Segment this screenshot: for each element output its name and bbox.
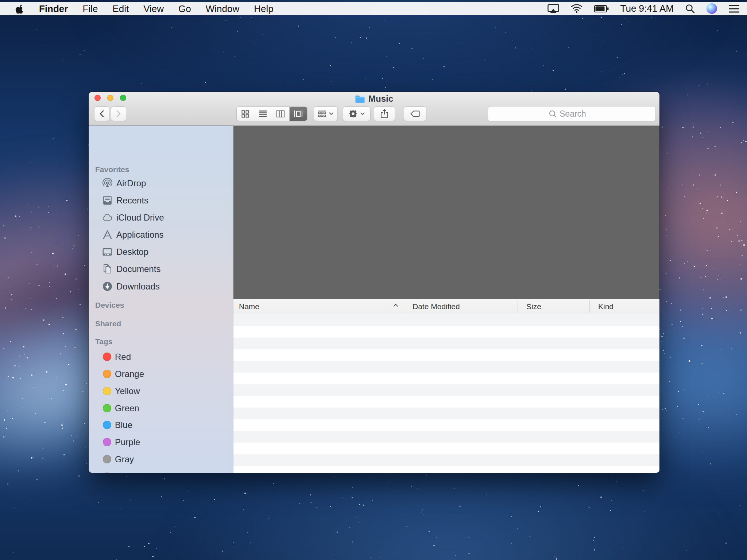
tag-color-dot xyxy=(103,404,111,412)
sidebar-tag-gray[interactable]: Gray xyxy=(89,451,233,468)
desktop: Finder File Edit View Go Window Help xyxy=(0,0,747,560)
menu-item-finder[interactable]: Finder xyxy=(39,2,68,15)
finder-window: Music xyxy=(89,92,659,473)
share-icon xyxy=(380,109,388,118)
share-button[interactable] xyxy=(374,106,395,121)
column-divider[interactable] xyxy=(589,300,590,313)
group-by-button[interactable] xyxy=(314,106,338,121)
tag-icon xyxy=(410,110,420,117)
tag-button[interactable] xyxy=(404,106,426,121)
tag-color-dot xyxy=(103,438,111,446)
file-list-empty-rows[interactable] xyxy=(233,314,659,473)
wifi-icon[interactable] xyxy=(571,4,582,13)
column-header-name[interactable]: Name xyxy=(239,299,259,314)
sidebar-tag-all-tags[interactable]: All Tags… xyxy=(89,468,233,473)
window-title: Music xyxy=(368,94,393,104)
tag-color-dot xyxy=(103,421,111,429)
list-view-button[interactable] xyxy=(254,107,272,121)
sidebar-tag-orange[interactable]: Orange xyxy=(89,365,233,382)
sidebar: Favorites AirDrop xyxy=(89,126,233,473)
tag-color-dot xyxy=(103,353,111,361)
menu-bar: Finder File Edit View Go Window Help xyxy=(0,2,747,15)
sidebar-item-documents[interactable]: Documents xyxy=(89,260,233,277)
coverflow-preview-area[interactable] xyxy=(233,126,659,299)
menu-item-file[interactable]: File xyxy=(82,2,98,15)
column-header-date-modified[interactable]: Date Modified xyxy=(413,299,460,314)
window-titlebar: Music xyxy=(89,92,659,126)
menu-item-view[interactable]: View xyxy=(143,2,164,15)
sidebar-item-airdrop[interactable]: AirDrop xyxy=(89,175,233,192)
menu-bar-clock[interactable]: Tue 9:41 AM xyxy=(620,3,674,14)
column-view-button[interactable] xyxy=(272,107,290,121)
icon-view-button[interactable] xyxy=(237,107,254,121)
sidebar-item-downloads[interactable]: Downloads xyxy=(89,278,233,295)
recents-icon xyxy=(102,195,113,206)
column-header-kind[interactable]: Kind xyxy=(598,299,614,314)
downloads-icon xyxy=(102,281,113,292)
sidebar-tag-yellow[interactable]: Yellow xyxy=(89,382,233,400)
search-icon xyxy=(549,110,557,118)
apple-logo-icon[interactable] xyxy=(15,4,24,14)
back-button[interactable] xyxy=(94,106,109,121)
search-field[interactable] xyxy=(488,106,656,121)
sidebar-section-devices: Devices xyxy=(95,301,124,310)
sidebar-tag-red[interactable]: Red xyxy=(89,348,233,365)
icloud-drive-icon xyxy=(102,212,113,223)
notification-center-icon[interactable] xyxy=(729,4,740,13)
folder-icon xyxy=(355,95,365,103)
sidebar-tag-purple[interactable]: Purple xyxy=(89,433,233,451)
action-gear-button[interactable] xyxy=(343,106,371,121)
menu-item-help[interactable]: Help xyxy=(254,2,273,15)
sidebar-item-applications[interactable]: Applications xyxy=(89,226,233,243)
menu-item-edit[interactable]: Edit xyxy=(112,2,129,15)
sidebar-section-shared: Shared xyxy=(95,319,121,328)
desktop-icon xyxy=(102,246,113,257)
column-divider[interactable] xyxy=(518,300,518,313)
file-browser-content: Name Date Modified Size Kind xyxy=(233,126,659,473)
sidebar-tag-blue[interactable]: Blue xyxy=(89,416,233,433)
sidebar-section-tags: Tags xyxy=(95,337,112,346)
list-column-header: Name Date Modified Size Kind xyxy=(233,299,659,314)
coverflow-view-button[interactable] xyxy=(290,107,307,121)
chevron-down-icon xyxy=(329,112,333,115)
sidebar-section-favorites: Favorites xyxy=(95,165,129,174)
window-title-group: Music xyxy=(89,94,659,104)
siri-icon[interactable] xyxy=(707,3,717,14)
gear-icon xyxy=(349,109,357,118)
view-mode-segmented-control xyxy=(236,106,307,121)
applications-icon xyxy=(102,229,113,240)
search-input[interactable] xyxy=(560,109,595,119)
spotlight-search-icon[interactable] xyxy=(685,4,695,13)
sort-ascending-icon xyxy=(393,304,398,307)
tag-color-dot xyxy=(103,370,111,378)
all-tags-dot-icon xyxy=(103,472,111,473)
chevron-down-icon xyxy=(360,112,365,115)
menu-item-go[interactable]: Go xyxy=(178,2,191,15)
column-header-size[interactable]: Size xyxy=(526,299,541,314)
sidebar-item-desktop[interactable]: Desktop xyxy=(89,243,233,260)
column-divider[interactable] xyxy=(407,300,407,313)
airdrop-icon xyxy=(102,178,113,189)
battery-icon[interactable] xyxy=(594,5,609,12)
forward-button[interactable] xyxy=(111,106,126,121)
documents-icon xyxy=(102,264,113,275)
sidebar-item-icloud-drive[interactable]: iCloud Drive xyxy=(89,209,233,226)
airplay-display-icon[interactable] xyxy=(547,4,559,13)
tag-color-dot xyxy=(103,455,111,463)
menu-item-window[interactable]: Window xyxy=(206,2,239,15)
sidebar-tag-green[interactable]: Green xyxy=(89,400,233,417)
tag-color-dot xyxy=(103,387,111,395)
sidebar-item-recents[interactable]: Recents xyxy=(89,192,233,209)
